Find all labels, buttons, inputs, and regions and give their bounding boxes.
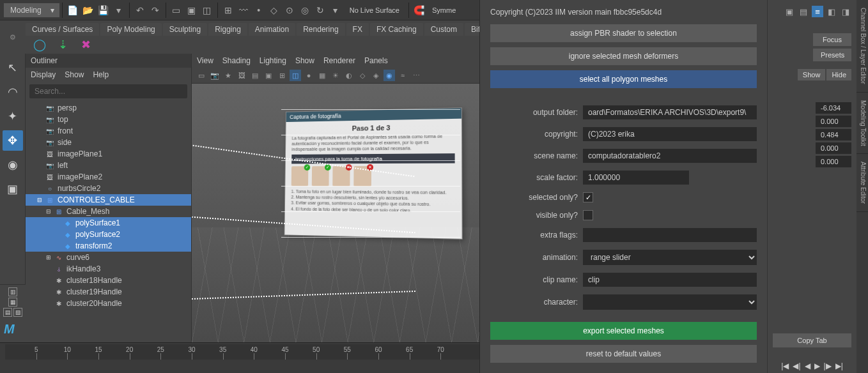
outliner-item[interactable]: ◆polySurface1 — [26, 217, 191, 229]
rp-icon-5[interactable]: ◨ — [840, 6, 851, 17]
character-select[interactable] — [583, 294, 757, 310]
vp-tex-icon[interactable]: ▦ — [316, 70, 328, 81]
outliner-item[interactable]: 📷persp — [26, 102, 191, 114]
vp-wire-icon[interactable]: ◫ — [290, 70, 301, 81]
shelf-tool-1-icon[interactable]: ⇣ — [54, 36, 72, 54]
shelf-tab[interactable]: Custom — [424, 23, 463, 36]
select-tool-icon[interactable]: ↖ — [3, 57, 23, 78]
outliner-item[interactable]: ✱cluster19Handle — [26, 286, 191, 298]
snap-center-icon[interactable]: ⊙ — [283, 4, 296, 17]
viewport-menu-item[interactable]: Panels — [364, 56, 388, 65]
outliner-item[interactable]: 🖼imagePlane2 — [26, 171, 191, 183]
new-icon[interactable]: 📄 — [66, 4, 79, 17]
shelf-tab[interactable]: Poly Modeling — [100, 23, 161, 36]
reset-button[interactable]: reset to default values — [490, 345, 757, 363]
save-icon[interactable]: 💾 — [97, 4, 110, 17]
viewport-menu-item[interactable]: Renderer — [323, 56, 355, 65]
channel-value[interactable]: 0.000 — [816, 116, 851, 127]
outliner-item[interactable]: 📷top — [26, 114, 191, 125]
presets-button[interactable]: Presets — [813, 49, 851, 61]
play-back-icon[interactable]: ◀ — [805, 362, 810, 370]
layout-1-icon[interactable]: ▥ — [8, 287, 17, 296]
outliner-item[interactable]: ⊞∿curve6 — [26, 252, 191, 263]
snap-live-icon[interactable]: ◎ — [298, 4, 311, 17]
scale-factor-input[interactable] — [583, 171, 689, 185]
side-tab[interactable]: Modeling Toolkit — [856, 93, 868, 155]
channel-value[interactable]: 0.484 — [816, 129, 851, 141]
shelf-tab[interactable]: Rigging — [208, 23, 247, 36]
outliner-item[interactable]: ✱cluster20Handle — [26, 298, 191, 309]
snap-point-icon[interactable]: • — [252, 4, 265, 17]
expand-icon[interactable]: ⊞ — [46, 254, 54, 261]
viewport-menu-item[interactable]: Shading — [222, 56, 251, 65]
snap-toggle-icon[interactable]: ↻ — [314, 4, 327, 17]
vp-select-cam-icon[interactable]: ▭ — [196, 70, 207, 81]
viewport-menu-item[interactable]: Lighting — [260, 56, 286, 65]
rewind-start-icon[interactable]: |◀ — [781, 362, 789, 370]
select-all-poly-button[interactable]: select all polygon meshes — [490, 70, 757, 88]
export-button[interactable]: export selected meshes — [490, 322, 757, 340]
outliner-menu-item[interactable]: Help — [93, 70, 109, 79]
step-fwd-icon[interactable]: |▶ — [824, 362, 832, 370]
focus-button[interactable]: Focus — [813, 33, 851, 46]
shelf-tab[interactable]: Rendering — [297, 23, 345, 36]
layout-3-icon[interactable]: ▤ — [3, 308, 12, 317]
extra-flags-input[interactable] — [583, 228, 757, 242]
outliner-item[interactable]: 🖼imagePlane1 — [26, 148, 191, 160]
vp-img-icon[interactable]: 🖼 — [236, 70, 247, 81]
outliner-menu-item[interactable]: Display — [31, 70, 56, 79]
channel-value[interactable]: -6.034 — [816, 102, 851, 114]
shelf-tab[interactable]: Sculpting — [163, 23, 207, 36]
ignore-deformers-button[interactable]: ignore selected mesh deformers — [490, 47, 757, 65]
outliner-item[interactable]: ✱cluster18Handle — [26, 275, 191, 286]
assign-pbr-button[interactable]: assign PBR shader to selection — [490, 24, 757, 42]
vp-gate-icon[interactable]: ▣ — [263, 70, 274, 81]
vp-shaded-icon[interactable]: ● — [303, 70, 314, 81]
outliner-menu-item[interactable]: Show — [65, 70, 84, 79]
lasso-tool-icon[interactable]: ◠ — [3, 82, 23, 102]
rp-icon-4[interactable]: ◧ — [826, 6, 837, 17]
channel-value[interactable]: 0.000 — [816, 156, 851, 167]
play-fwd-icon[interactable]: ▶ — [814, 362, 820, 370]
outliner-item[interactable]: ○nurbsCircle2 — [26, 183, 191, 194]
magnet-icon[interactable]: 🧲 — [413, 4, 426, 17]
open-icon[interactable]: 📂 — [82, 4, 95, 17]
outliner-item[interactable]: ⊟⊞CONTROLES_CABLE — [26, 194, 191, 206]
vp-grid-icon[interactable]: ⊞ — [276, 70, 288, 81]
vp-ao-icon[interactable]: ◉ — [384, 70, 395, 81]
symmetry-dropdown[interactable]: Symme — [427, 4, 461, 17]
layout-4-icon[interactable]: ▧ — [13, 308, 22, 317]
vp-film-icon[interactable]: ▤ — [249, 70, 261, 81]
snap-plane-icon[interactable]: ◇ — [268, 4, 281, 17]
layout-2-icon[interactable]: ▦ — [8, 298, 17, 307]
selected-only-checkbox[interactable] — [583, 192, 593, 202]
rotate-tool-icon[interactable]: ◉ — [3, 155, 23, 175]
rp-icon-1[interactable]: ▣ — [784, 6, 795, 17]
select-hier-icon[interactable]: ▣ — [185, 4, 198, 17]
vp-light-icon[interactable]: ☀ — [330, 70, 341, 81]
outliner-item[interactable]: ⫰ikHandle3 — [26, 263, 191, 275]
outliner-item[interactable]: ◆polySurface2 — [26, 229, 191, 240]
gltf-icon[interactable]: ◯ — [31, 36, 49, 54]
vp-iso-icon[interactable]: ◇ — [357, 70, 368, 81]
viewport-menu-item[interactable]: View — [197, 56, 213, 65]
snap-curve-icon[interactable]: 〰 — [237, 4, 250, 17]
visible-only-checkbox[interactable] — [583, 210, 593, 220]
workspace-dropdown[interactable]: Modeling — [4, 3, 59, 17]
move-tool-icon[interactable]: ✥ — [3, 130, 23, 151]
copyright-input[interactable] — [583, 127, 757, 141]
vp-bookmark-icon[interactable]: ★ — [222, 70, 234, 81]
outliner-item[interactable]: 📷side — [26, 137, 191, 148]
undo-icon[interactable]: ↶ — [134, 4, 146, 17]
outliner-item[interactable]: ⊟⊞Cable_Mesh — [26, 206, 191, 217]
snap-grid-icon[interactable]: ⊞ — [222, 4, 235, 17]
vp-motion-icon[interactable]: ≈ — [397, 70, 408, 81]
copy-tab-button[interactable]: Copy Tab — [773, 333, 851, 347]
animation-select[interactable]: range slider — [583, 250, 757, 265]
expand-icon[interactable]: ⊟ — [37, 197, 45, 203]
clip-name-input[interactable] — [583, 273, 757, 287]
side-tab[interactable]: Attribute Editor — [856, 154, 868, 212]
vp-more-icon[interactable]: ⋯ — [410, 70, 422, 81]
chevron-down-icon[interactable]: ▾ — [112, 4, 125, 17]
channel-value[interactable]: 0.000 — [816, 142, 851, 154]
